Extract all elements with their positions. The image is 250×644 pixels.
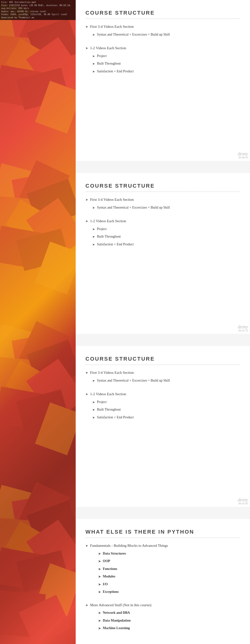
file-info-line4: Video: h264, yuv420p, 1152x720, 30.00 fp… — [1, 13, 74, 16]
item-text: Machine Learning — [103, 626, 130, 630]
item-text: First 3-4 Videos Each Section — [90, 370, 134, 376]
section3-title: COURSE STRUCTURE — [85, 356, 240, 362]
arrow-icon: ➤ — [85, 392, 88, 397]
arrow-icon: ➤ — [98, 610, 101, 616]
item-text: Syntax and Theoretical + Excercizes = Bu… — [97, 205, 170, 210]
arrow-icon: ➤ — [85, 46, 88, 51]
item-text: First 3-4 Videos Each Section — [90, 24, 134, 30]
arrow-icon: ➤ — [85, 603, 88, 608]
list-item: ➤ Satisfaction + End Product — [85, 415, 240, 420]
udemy-brand-text: demy — [238, 497, 248, 503]
section4-title: WHAT ELSE IS THERE IN PYTHON — [85, 529, 240, 535]
arrow-icon: ➤ — [92, 227, 95, 232]
item-text: Built Throughout — [97, 61, 120, 66]
gap-2 — [76, 334, 250, 346]
watermark-1: demy 00:00:41 — [238, 151, 248, 159]
item-text: Functions — [103, 566, 117, 572]
item-text: 1-2 Videos Each Section — [90, 391, 126, 397]
list-item: ➤ First 3-4 Videos Each Section — [85, 24, 240, 30]
item-text: OOP — [103, 558, 110, 564]
timestamp-1: 00:00:41 — [238, 157, 248, 159]
item-text: Satisfaction + End Product — [97, 242, 134, 247]
list-item: ➤ 1-2 Videos Each Section — [85, 218, 240, 224]
arrow-icon: ➤ — [92, 408, 95, 412]
section3-divider — [85, 364, 240, 365]
list-item: ➤ Syntax and Theoretical + Excercizes = … — [85, 32, 240, 37]
file-info-line1: File: 001 Introduction.mp4 — [1, 1, 74, 4]
list-item: ➤ First 3-4 Videos Each Section — [85, 197, 240, 202]
item-text: Data Manipulation — [103, 618, 131, 623]
list-item: ➤ I/O — [85, 582, 240, 587]
arrow-icon: ➤ — [98, 626, 101, 631]
udemy-brand-text: demy — [238, 324, 248, 330]
list-item: ➤ Data Structures — [85, 551, 240, 556]
timestamp-2: 00:01:21 — [238, 330, 248, 332]
left-panel: File: 001 Introduction.mp4 Size: 2191531… — [0, 0, 76, 644]
arrow-icon: ➤ — [92, 234, 95, 239]
section1-title: COURSE STRUCTURE — [85, 10, 240, 16]
item-text: More Advanced Stuff (Not in this course)… — [90, 602, 152, 608]
file-info-line5: Generated by Thumbnail.me — [1, 16, 74, 19]
list-item: ➤ Modules — [85, 574, 240, 579]
list-item: ➤ Syntax and Theoretical + Excercizes = … — [85, 205, 240, 210]
arrow-icon: ➤ — [85, 197, 88, 202]
file-info-line3: Audio: aac, 44100 Hz, stereo (und) — [1, 10, 74, 13]
gap-1 — [76, 161, 250, 173]
item-text: 1-2 Videos Each Section — [90, 218, 126, 224]
arrow-icon: ➤ — [92, 400, 95, 405]
section4-divider — [85, 538, 240, 538]
arrow-icon: ➤ — [92, 62, 95, 66]
arrow-icon: ➤ — [92, 54, 95, 59]
item-text: Syntax and Theoretical + Excercizes = Bu… — [97, 32, 170, 37]
item-text: Built Throughout — [97, 407, 120, 412]
udemy-brand-text: demy — [238, 151, 248, 157]
arrow-icon: ➤ — [85, 543, 88, 548]
arrow-icon: ➤ — [92, 242, 95, 247]
item-text: Exceptions — [103, 589, 119, 594]
watermark-2: demy 00:01:21 — [238, 324, 248, 332]
list-item: ➤ Syntax and Theoretical + Excercizes = … — [85, 378, 240, 383]
geo-overlay — [0, 0, 76, 644]
item-text: Built Throughout — [97, 234, 120, 239]
item-text: Project — [97, 399, 107, 404]
list-item: ➤ Built Throughout — [85, 61, 240, 66]
item-text: I/O — [103, 582, 108, 587]
arrow-icon: ➤ — [98, 582, 101, 587]
list-item: ➤ Exceptions — [85, 589, 240, 594]
arrow-icon: ➤ — [92, 415, 95, 420]
arrow-icon: ➤ — [92, 69, 95, 74]
list-item: ➤ Fundamentals - Building Blocks to Adva… — [85, 543, 240, 548]
section2-divider — [85, 192, 240, 192]
arrow-icon: ➤ — [98, 559, 101, 564]
gap-3 — [76, 507, 250, 519]
file-info-line2: Size: 21915310 bytes (20.90 MiB), durati… — [1, 4, 74, 10]
arrow-icon: ➤ — [98, 590, 101, 594]
item-text: 1-2 Videos Each Section — [90, 45, 126, 51]
list-item: ➤ Satisfaction + End Product — [85, 242, 240, 247]
section2-title: COURSE STRUCTURE — [85, 183, 240, 189]
right-panel: COURSE STRUCTURE ➤ First 3-4 Videos Each… — [76, 0, 250, 644]
item-text: Network and DBA — [103, 610, 130, 615]
item-text: Satisfaction + End Product — [97, 69, 134, 74]
list-item: ➤ Machine Learning — [85, 626, 240, 631]
list-item: ➤ Data Manipulation — [85, 618, 240, 623]
python-topics-section: WHAT ELSE IS THERE IN PYTHON ➤ Fundament… — [76, 519, 250, 644]
arrow-icon: ➤ — [92, 378, 95, 383]
arrow-icon: ➤ — [98, 574, 101, 579]
list-item: ➤ 1-2 Videos Each Section — [85, 391, 240, 397]
timestamp-3: 00:02:01 — [238, 503, 248, 505]
list-item: ➤ First 3-4 Videos Each Section — [85, 370, 240, 376]
arrow-icon: ➤ — [92, 206, 95, 210]
arrow-icon: ➤ — [92, 32, 95, 37]
item-text: Project — [97, 226, 107, 232]
list-item: ➤ Satisfaction + End Product — [85, 69, 240, 74]
item-text: Project — [97, 53, 107, 58]
list-item: ➤ Project — [85, 53, 240, 59]
arrow-icon: ➤ — [98, 552, 101, 556]
list-item: ➤ More Advanced Stuff (Not in this cours… — [85, 602, 240, 608]
arrow-icon: ➤ — [85, 219, 88, 224]
item-text: Fundamentals - Building Blocks to Advanc… — [90, 543, 168, 548]
arrow-icon: ➤ — [98, 618, 101, 623]
list-item: ➤ Project — [85, 399, 240, 405]
list-item: ➤ OOP — [85, 558, 240, 564]
